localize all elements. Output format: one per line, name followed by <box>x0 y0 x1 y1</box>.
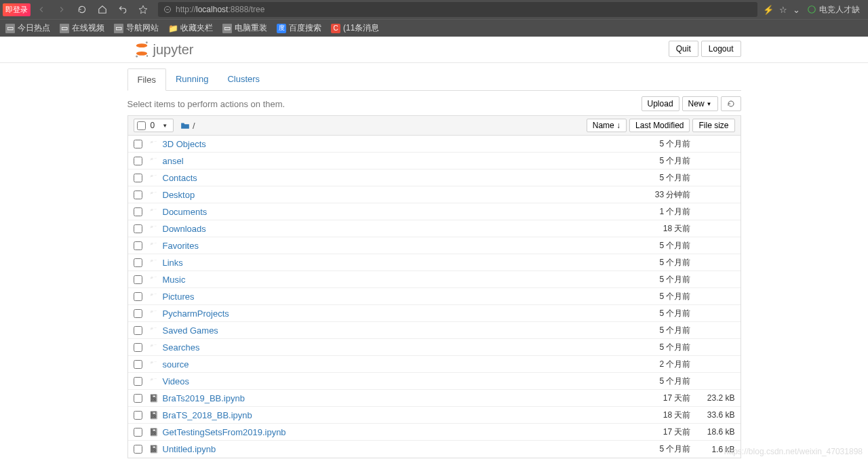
row-checkbox[interactable] <box>134 258 142 267</box>
back-button[interactable] <box>32 0 51 19</box>
star-button[interactable] <box>134 0 153 19</box>
row-checkbox[interactable] <box>134 140 142 148</box>
item-name-link[interactable]: Searches <box>163 342 200 353</box>
item-name-link[interactable]: BraTs2019_BB.ipynb <box>163 393 245 403</box>
item-name-link[interactable]: BraTS_2018_BB.ipynb <box>163 410 252 420</box>
sort-name-label: Name <box>593 121 614 130</box>
undo-button[interactable] <box>113 0 132 19</box>
bookmark-item[interactable]: ▭在线视频 <box>60 22 104 34</box>
item-name-link[interactable]: Videos <box>163 376 190 386</box>
home-button[interactable] <box>93 0 112 19</box>
folder-icon <box>180 121 190 129</box>
item-name-link[interactable]: Pictures <box>163 292 195 302</box>
item-name-link[interactable]: Desktop <box>163 190 195 200</box>
row-checkbox[interactable] <box>134 207 142 216</box>
list-item: PycharmProjects5 个月前 <box>128 305 741 322</box>
svg-point-5 <box>136 56 138 58</box>
folder-icon <box>149 360 159 369</box>
svg-point-4 <box>145 41 147 43</box>
item-name-link[interactable]: Music <box>163 275 186 285</box>
bookmark-star-icon[interactable]: ☆ <box>779 5 787 15</box>
reload-button[interactable] <box>73 0 92 19</box>
row-checkbox[interactable] <box>134 377 142 386</box>
item-modified: 5 个月前 <box>630 172 691 184</box>
tab-files[interactable]: Files <box>127 68 166 91</box>
breadcrumb[interactable]: / <box>180 121 195 131</box>
game-widget[interactable]: 电竞人才缺 <box>802 4 865 16</box>
row-checkbox[interactable] <box>134 292 142 301</box>
item-name-link[interactable]: Downloads <box>163 224 206 234</box>
row-checkbox[interactable] <box>134 343 142 352</box>
tab-clusters[interactable]: Clusters <box>218 68 269 90</box>
tab-running[interactable]: Running <box>166 68 218 90</box>
bookmark-item[interactable]: ▭电脑重装 <box>222 22 267 34</box>
select-all-checkbox[interactable] <box>137 121 146 130</box>
folder-icon <box>149 191 159 199</box>
quit-button[interactable]: Quit <box>669 41 698 57</box>
forward-button[interactable] <box>52 0 71 19</box>
row-checkbox[interactable] <box>134 275 142 284</box>
row-checkbox[interactable] <box>134 174 142 182</box>
sort-name-button[interactable]: Name ↓ <box>587 119 627 132</box>
jupyter-logo[interactable]: jupyter <box>134 41 741 58</box>
select-all-group[interactable]: 0 ▼ <box>134 119 174 132</box>
folder-icon <box>149 207 159 216</box>
new-button[interactable]: New▼ <box>682 96 718 111</box>
row-checkbox[interactable] <box>134 241 142 250</box>
item-name-link[interactable]: Links <box>163 258 183 268</box>
folder-icon: 📁 <box>168 24 178 33</box>
row-checkbox[interactable] <box>134 224 142 233</box>
sort-size-button[interactable]: File size <box>692 119 734 132</box>
row-checkbox[interactable] <box>134 191 142 199</box>
row-checkbox[interactable] <box>134 428 142 437</box>
item-modified: 5 个月前 <box>630 155 691 167</box>
bookmark-item[interactable]: 度百度搜索 <box>277 22 321 34</box>
row-checkbox[interactable] <box>134 394 142 403</box>
bookmark-label: 今日热点 <box>18 22 50 34</box>
item-name-link[interactable]: Saved Games <box>163 325 218 336</box>
bookmark-item[interactable]: ▭今日热点 <box>5 22 50 34</box>
item-name-link[interactable]: 3D Objects <box>163 139 206 149</box>
item-modified: 5 个月前 <box>630 376 691 387</box>
bookmark-label: 收藏夹栏 <box>180 22 213 34</box>
caret-down-icon[interactable]: ▼ <box>159 123 170 129</box>
jupyter-logo-text: jupyter <box>153 42 194 58</box>
item-name-link[interactable]: ansel <box>163 156 184 166</box>
refresh-button[interactable] <box>721 96 741 111</box>
list-item: Pictures5 个月前 <box>128 288 741 305</box>
bookmark-item[interactable]: 📁收藏夹栏 <box>168 22 213 34</box>
arrow-down-icon: ↓ <box>616 121 620 130</box>
item-name-link[interactable]: Untitled.ipynb <box>163 444 216 454</box>
list-item: Contacts5 个月前 <box>128 169 741 186</box>
sort-modified-button[interactable]: Last Modified <box>629 119 690 132</box>
caret-down-icon: ▼ <box>707 101 712 107</box>
item-name-link[interactable]: PycharmProjects <box>163 308 229 319</box>
item-name-link[interactable]: Favorites <box>163 241 199 251</box>
item-name-link[interactable]: Contacts <box>163 173 197 183</box>
upload-button[interactable]: Upload <box>642 96 679 111</box>
bookmark-item[interactable]: ▭导航网站 <box>114 22 159 34</box>
list-item: Music5 个月前 <box>128 271 741 288</box>
item-name-link[interactable]: source <box>163 359 189 370</box>
row-checkbox[interactable] <box>134 411 142 420</box>
row-checkbox[interactable] <box>134 157 142 165</box>
bookmark-label: 电脑重装 <box>235 22 267 34</box>
url-bar[interactable]: http://localhost:8888/tree <box>158 2 757 17</box>
item-modified: 33 分钟前 <box>630 189 691 201</box>
row-checkbox[interactable] <box>134 326 142 335</box>
tabs: Files Running Clusters <box>127 68 741 91</box>
folder-icon <box>149 241 159 250</box>
wand-icon[interactable]: ⚡ <box>763 5 774 15</box>
login-badge[interactable]: 即登录 <box>3 3 31 16</box>
bookmark-label: (11条消息 <box>343 22 379 34</box>
item-name-link[interactable]: Documents <box>163 207 208 217</box>
notebook-icon <box>149 394 159 403</box>
logout-button[interactable]: Logout <box>701 41 741 57</box>
chevron-down-icon[interactable]: ⌄ <box>793 5 800 15</box>
item-name-link[interactable]: GetTestingSetsFrom2019.ipynb <box>163 427 286 437</box>
row-checkbox[interactable] <box>134 309 142 318</box>
action-hint: Select items to perform actions on them. <box>127 99 285 109</box>
bookmark-item[interactable]: C(11条消息 <box>331 22 379 34</box>
row-checkbox[interactable] <box>134 445 142 454</box>
row-checkbox[interactable] <box>134 360 142 369</box>
